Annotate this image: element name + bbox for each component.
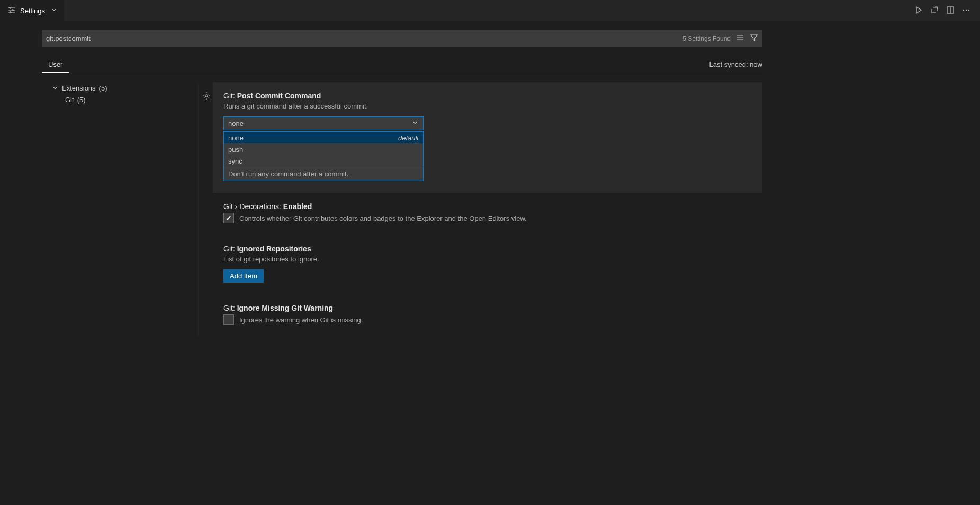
add-item-button[interactable]: Add Item [223,269,264,283]
tree-count: (5) [77,96,86,104]
close-icon[interactable] [49,6,59,15]
results-count: 5 Settings Found [682,35,731,42]
setting-decorations-enabled: Git › Decorations: Enabled Controls whet… [213,193,762,235]
scope-row: User Last synced: now [42,56,762,73]
settings-list: Git: Post Commit Command Runs a git comm… [200,82,980,337]
svg-point-13 [968,9,969,10]
more-icon[interactable] [962,6,970,16]
tree-item-extensions[interactable]: Extensions (5) [42,82,198,94]
split-editor-icon[interactable] [946,6,955,16]
checkbox-ignore-missing[interactable] [223,314,234,325]
svg-point-18 [205,95,208,97]
setting-ignored-repositories: Git: Ignored Repositories List of git re… [213,235,762,294]
svg-marker-17 [751,35,757,41]
tree-item-git[interactable]: Git (5) [42,94,198,105]
open-json-icon[interactable] [930,6,939,16]
setting-ignore-missing-git-warning: Git: Ignore Missing Git Warning Ignores … [213,294,762,337]
tab-bar: Settings [0,0,980,21]
setting-title: Git: Post Commit Command [223,92,752,100]
divider[interactable] [198,82,200,337]
settings-tab-icon [7,6,16,16]
tree-label: Extensions [62,84,96,92]
run-icon[interactable] [914,6,923,16]
select-value: none [228,120,244,128]
settings-tree: Extensions (5) Git (5) [0,82,198,337]
tree-label: Git [65,96,74,104]
svg-point-12 [966,9,967,10]
setting-description: Runs a git command after a successful co… [223,102,752,110]
setting-post-commit-command: Git: Post Commit Command Runs a git comm… [213,82,762,193]
clear-search-icon[interactable] [736,33,744,43]
svg-point-11 [963,9,964,10]
dropdown-hint: Don't run any command after a commit. [224,167,423,181]
editor-actions [914,0,980,21]
setting-title: Git: Ignored Repositories [223,245,752,253]
gear-icon[interactable] [202,92,211,102]
dropdown-option-none[interactable]: none default [224,132,423,143]
svg-marker-8 [916,7,921,13]
scope-user-tab[interactable]: User [42,56,69,73]
tab-title: Settings [20,7,45,15]
setting-description: List of git repositories to ignore. [223,255,752,263]
tree-count: (5) [99,84,107,92]
sync-status: Last synced: now [709,60,762,68]
setting-description: Controls whether Git contributes colors … [239,214,527,222]
dropdown-option-push[interactable]: push [224,143,423,155]
setting-title: Git › Decorations: Enabled [223,202,752,211]
chevron-down-icon [51,84,59,92]
filter-icon[interactable] [750,33,758,43]
search-input[interactable] [42,30,762,47]
search-status: 5 Settings Found [682,30,758,47]
chevron-down-icon [411,119,419,128]
dropdown-option-sync[interactable]: sync [224,155,423,167]
tab-settings[interactable]: Settings [0,0,65,21]
setting-description: Ignores the warning when Git is missing. [239,316,363,324]
settings-content: 5 Settings Found User Last synced: now E… [0,21,980,337]
select-post-commit[interactable]: none [223,116,424,130]
checkbox-decorations[interactable] [223,213,234,223]
select-dropdown: none default push sync Don't run any com… [223,131,424,181]
setting-title: Git: Ignore Missing Git Warning [223,304,752,312]
